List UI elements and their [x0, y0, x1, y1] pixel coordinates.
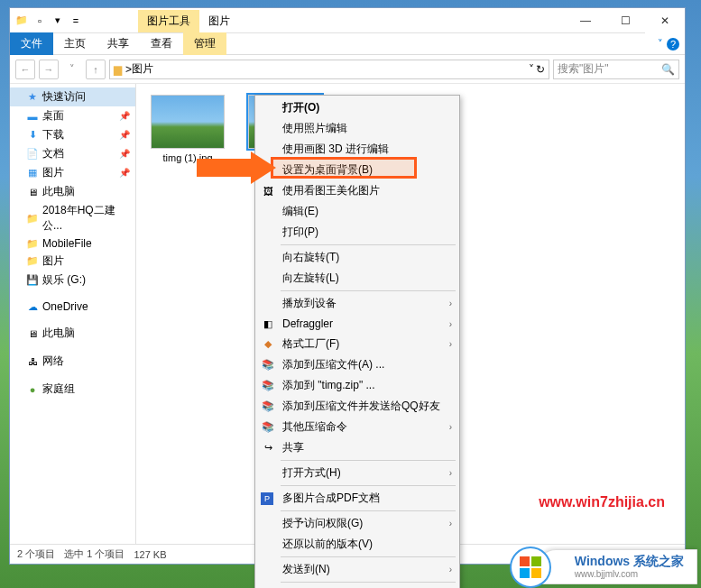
pdf-icon: P — [261, 492, 273, 505]
pin-icon: 📌 — [119, 149, 130, 159]
share-icon: ↪ — [261, 441, 275, 455]
pin-icon: 📌 — [119, 130, 130, 140]
archive-icon: 📚 — [261, 358, 275, 372]
sidebar-label: 文档 — [42, 146, 64, 161]
sidebar-item-desktop[interactable]: ▬桌面📌 — [10, 106, 135, 125]
cm-edit[interactable]: 编辑(E) — [255, 201, 459, 222]
address-dropdown-icon[interactable]: ˅ — [529, 63, 534, 76]
refresh-icon[interactable]: ↻ — [536, 63, 545, 76]
sidebar-network[interactable]: 🖧网络 — [10, 352, 135, 371]
app-icon: 🖼 — [261, 184, 275, 198]
minimize-button[interactable]: — — [566, 8, 605, 33]
homegroup-icon: ● — [26, 383, 39, 396]
archive-icon: 📚 — [261, 400, 275, 414]
chevron-right-icon: › — [449, 299, 452, 308]
sidebar-item-drive[interactable]: 💾娱乐 (G:) — [10, 271, 135, 289]
context-menu: 打开(O) 使用照片编辑 使用画图 3D 进行编辑 设置为桌面背景(B) 🖼使用… — [254, 95, 460, 588]
sidebar-quick-access[interactable]: ★ 快速访问 — [10, 87, 135, 106]
search-input[interactable]: 搜索"图片" 🔍 — [553, 60, 679, 79]
cm-share[interactable]: ↪共享 — [255, 437, 459, 458]
separator — [281, 556, 456, 557]
onedrive-icon: ☁ — [26, 300, 39, 313]
ribbon-expand-icon[interactable]: ˅ — [658, 38, 663, 51]
separator — [281, 460, 456, 461]
watermark-url: www.win7zhijia.cn — [539, 494, 665, 510]
chevron-right-icon: › — [449, 319, 452, 329]
file-thumbnail[interactable]: timg (1).jpg — [147, 95, 228, 163]
cm-rotate-left[interactable]: 向左旋转(L) — [255, 268, 459, 289]
cm-add-archive[interactable]: 📚添加到压缩文件(A) ... — [255, 354, 459, 375]
sidebar-item-downloads[interactable]: ⬇下载📌 — [10, 125, 135, 144]
forward-button[interactable]: → — [39, 60, 59, 79]
cm-paint3d[interactable]: 使用画图 3D 进行编辑 — [255, 139, 459, 160]
cm-cast[interactable]: 播放到设备› — [255, 293, 459, 314]
cm-grant-access[interactable]: 授予访问权限(G)› — [255, 513, 459, 534]
sidebar-label: 网络 — [42, 354, 64, 369]
properties-icon[interactable]: ▫ — [32, 13, 48, 29]
watermark-brand: Windows 系统之家 — [575, 554, 684, 569]
close-button[interactable]: ✕ — [645, 8, 685, 33]
cm-rotate-right[interactable]: 向右旋转(T) — [255, 247, 459, 268]
tab-file[interactable]: 文件 — [10, 32, 53, 55]
tab-view[interactable]: 查看 — [140, 32, 183, 55]
download-icon: ⬇ — [26, 129, 39, 142]
archive-icon: 📚 — [261, 420, 275, 435]
back-button[interactable]: ← — [15, 60, 35, 79]
folder-icon: 📁 — [26, 212, 39, 225]
cm-scan-virus[interactable]: 🛡扫描病毒(电脑管家) — [255, 584, 459, 588]
desktop-icon: ▬ — [26, 110, 39, 123]
separator — [281, 582, 456, 583]
separator — [281, 244, 456, 245]
cm-print[interactable]: 打印(P) — [255, 222, 459, 243]
status-item-count: 2 个项目 — [17, 547, 55, 561]
address-location: 图片 — [132, 61, 153, 77]
cm-kantuwang[interactable]: 🖼使用看图王美化图片 — [255, 180, 459, 201]
pin-icon: 📌 — [119, 168, 130, 178]
cm-open[interactable]: 打开(O) — [255, 97, 459, 118]
cm-format-factory[interactable]: ◆格式工厂(F)› — [255, 334, 459, 354]
qat-dropdown-icon[interactable]: ▾ — [50, 13, 66, 29]
star-icon: ★ — [26, 91, 39, 104]
cm-multi-pdf[interactable]: P多图片合成PDF文档 — [255, 488, 459, 509]
chevron-right-icon: › — [449, 339, 452, 349]
tab-manage[interactable]: 管理 — [183, 32, 226, 55]
cm-set-wallpaper[interactable]: 设置为桌面背景(B) — [255, 160, 459, 180]
sidebar-item-pictures[interactable]: ▦图片📌 — [10, 163, 135, 182]
sidebar-label: 家庭组 — [42, 381, 75, 397]
help-icon[interactable]: ? — [667, 38, 679, 51]
sidebar-thispc[interactable]: 🖥此电脑 — [10, 324, 135, 343]
app-icon: ◆ — [261, 337, 275, 352]
sidebar-item-folder[interactable]: 📁MobileFile — [10, 235, 135, 252]
sidebar-onedrive[interactable]: ☁OneDrive — [10, 299, 135, 315]
network-icon: 🖧 — [26, 355, 39, 368]
sidebar-label: 图片 — [42, 165, 64, 180]
address-bar[interactable]: ▆ > 图片 ˅ ↻ — [109, 60, 549, 79]
sidebar-item-folder[interactable]: 📁2018年HQ二建公... — [10, 201, 135, 235]
folder-icon: 📁 — [14, 13, 30, 29]
search-icon: 🔍 — [661, 63, 675, 76]
sidebar-item-folder[interactable]: 📁图片 — [10, 252, 135, 271]
sidebar-label: 图片 — [42, 253, 64, 269]
history-dropdown[interactable]: ˅ — [62, 60, 82, 79]
sidebar-item-thispc[interactable]: 🖥此电脑 — [10, 182, 135, 201]
cm-edit-photos[interactable]: 使用照片编辑 — [255, 118, 459, 139]
cm-send-to[interactable]: 发送到(N)› — [255, 559, 459, 580]
cm-other-compress[interactable]: 📚其他压缩命令› — [255, 417, 459, 437]
up-button[interactable]: ↑ — [86, 60, 106, 79]
cm-open-with[interactable]: 打开方式(H)› — [255, 463, 459, 483]
quick-access-toolbar: 📁 ▫ ▾ = — [10, 13, 84, 29]
sidebar-item-documents[interactable]: 📄文档📌 — [10, 144, 135, 163]
sidebar-label: 此电脑 — [42, 326, 75, 341]
tab-home[interactable]: 主页 — [53, 32, 97, 55]
navigation-pane: ★ 快速访问 ▬桌面📌 ⬇下载📌 📄文档📌 ▦图片📌 🖥此电脑 📁2018年HQ… — [10, 84, 136, 544]
sidebar-label: 下载 — [42, 127, 64, 142]
sidebar-homegroup[interactable]: ●家庭组 — [10, 380, 135, 399]
maximize-button[interactable]: ☐ — [605, 8, 645, 33]
cm-defraggler[interactable]: ◧Defraggler› — [255, 314, 459, 334]
cm-add-zip[interactable]: 📚添加到 "timg.zip" ... — [255, 375, 459, 396]
cm-add-qq[interactable]: 📚添加到压缩文件并发送给QQ好友 — [255, 396, 459, 417]
cm-restore[interactable]: 还原以前的版本(V) — [255, 534, 459, 555]
separator — [281, 290, 456, 291]
tab-share[interactable]: 共享 — [97, 32, 140, 55]
sidebar-label: 娱乐 (G:) — [42, 272, 86, 288]
